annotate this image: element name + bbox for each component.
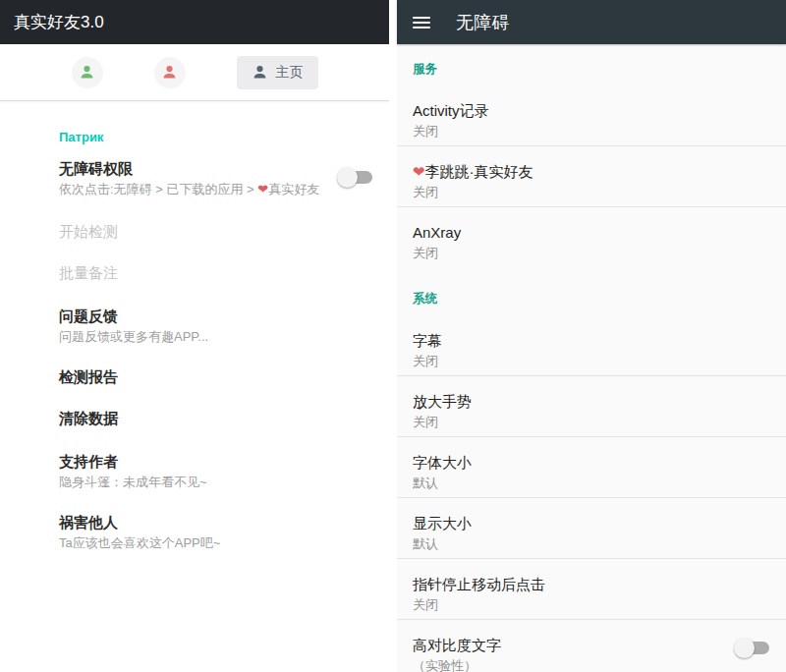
- heart-icon: ❤: [413, 163, 425, 180]
- row-title: 清除数据: [59, 409, 373, 428]
- left-app-screen: 真实好友3.0: [0, 0, 389, 672]
- left-settings-list: Патрик 无障碍权限 依次点击:无障碍 > 已下载的应用 > ❤真实好友 开…: [0, 130, 389, 552]
- section-header-services: 服务: [397, 44, 786, 85]
- row-display-size[interactable]: 显示大小 默认: [397, 498, 786, 559]
- row-title: ❤李跳跳·真实好友: [413, 162, 770, 182]
- row-subtitle: 依次点击:无障碍 > 已下载的应用 > ❤真实好友: [59, 181, 373, 198]
- row-title: 支持作者: [59, 452, 373, 472]
- row-click-after-pointer-stops[interactable]: 指针停止移动后点击 关闭: [397, 559, 786, 620]
- row-high-contrast-text[interactable]: 高对比度文字 （实验性）: [397, 620, 786, 672]
- row-title: Activity记录: [413, 101, 770, 121]
- row-captions[interactable]: 字幕 关闭: [397, 315, 786, 376]
- row-support-author[interactable]: 支持作者 隐身斗篷：未成年看不见~: [59, 452, 373, 491]
- tab-friends-red[interactable]: [154, 57, 186, 88]
- row-harm-others[interactable]: 祸害他人 Ta应该也会喜欢这个APP吧~: [59, 513, 373, 552]
- row-title: 检测报告: [59, 367, 373, 387]
- tab-friends-green[interactable]: [72, 57, 103, 88]
- right-accessibility-screen: 无障碍 服务 Activity记录 关闭 ❤李跳跳·真实好友 关闭 AnXray…: [397, 0, 786, 672]
- person-home-icon: [252, 64, 268, 81]
- row-status: 关闭: [413, 184, 770, 201]
- row-subtitle: 问题反馈或更多有趣APP...: [59, 328, 373, 346]
- row-start-detection[interactable]: 开始检测: [59, 222, 373, 242]
- row-title: 问题反馈: [59, 307, 373, 326]
- row-title: AnXray: [413, 223, 770, 243]
- section-header-system: 系统: [397, 269, 786, 315]
- left-section-label: Патрик: [59, 130, 373, 144]
- row-anxray[interactable]: AnXray 关闭: [397, 207, 786, 269]
- row-title: 无障碍权限: [59, 159, 373, 179]
- row-font-size[interactable]: 字体大小 默认: [397, 437, 786, 498]
- row-clear-data[interactable]: 清除数据: [59, 409, 373, 428]
- row-feedback[interactable]: 问题反馈 问题反馈或更多有趣APP...: [59, 307, 373, 346]
- row-title: 显示大小: [413, 514, 770, 533]
- row-subtitle: Ta应该也会喜欢这个APP吧~: [59, 534, 373, 552]
- row-status: 关闭: [413, 245, 770, 262]
- row-title: 开始检测: [59, 222, 373, 242]
- row-litiaotiao-real-friends[interactable]: ❤李跳跳·真实好友 关闭: [397, 146, 786, 207]
- row-accessibility-permission[interactable]: 无障碍权限 依次点击:无障碍 > 已下载的应用 > ❤真实好友: [59, 159, 373, 198]
- high-contrast-toggle[interactable]: [734, 638, 770, 658]
- row-batch-note[interactable]: 批量备注: [59, 263, 373, 283]
- row-status: 默认: [413, 535, 770, 553]
- tab-home-label: 主页: [276, 64, 304, 82]
- row-detection-report[interactable]: 检测报告: [59, 367, 373, 387]
- row-magnification-gesture[interactable]: 放大手势 关闭: [397, 376, 786, 437]
- row-status: 关闭: [413, 414, 770, 431]
- person-red-icon: [161, 64, 178, 81]
- left-app-bar: 真实好友3.0: [0, 0, 389, 44]
- screenshot-gutter: [389, 0, 397, 672]
- left-tab-bar: 主页: [0, 44, 389, 101]
- screenshot-pair: 真实好友3.0: [0, 0, 786, 672]
- row-status: 关闭: [413, 353, 770, 370]
- row-title: 祸害他人: [59, 513, 373, 532]
- row-title: 指针停止移动后点击: [413, 575, 770, 594]
- heart-icon: ❤: [257, 182, 268, 196]
- row-title: 批量备注: [59, 263, 373, 283]
- menu-icon[interactable]: [413, 17, 430, 28]
- row-title: 字幕: [413, 331, 770, 351]
- person-green-icon: [79, 64, 95, 81]
- row-activity-record[interactable]: Activity记录 关闭: [397, 85, 786, 146]
- row-status: 关闭: [413, 123, 770, 140]
- left-app-title: 真实好友3.0: [14, 11, 104, 33]
- right-app-title: 无障碍: [456, 11, 510, 34]
- row-title: 字体大小: [413, 453, 770, 473]
- row-status: 关闭: [413, 596, 770, 614]
- row-title: 高对比度文字: [413, 636, 770, 655]
- toggle-thumb: [734, 638, 755, 658]
- toggle-thumb: [337, 167, 358, 188]
- row-title: 放大手势: [413, 392, 770, 412]
- accessibility-list: 服务 Activity记录 关闭 ❤李跳跳·真实好友 关闭 AnXray 关闭 …: [397, 44, 786, 672]
- row-subtitle: 隐身斗篷：未成年看不见~: [59, 474, 373, 491]
- right-app-bar: 无障碍: [397, 0, 786, 44]
- row-status: 默认: [413, 475, 770, 492]
- tab-home[interactable]: 主页: [237, 56, 318, 89]
- accessibility-permission-toggle[interactable]: [337, 167, 373, 188]
- row-status: （实验性）: [413, 657, 770, 672]
